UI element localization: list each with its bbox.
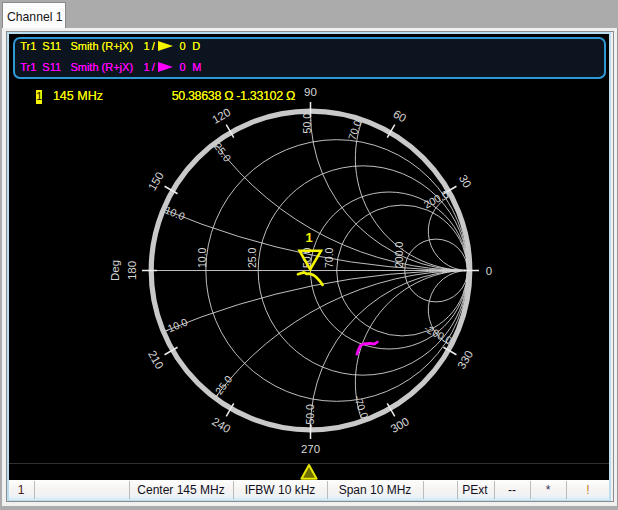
svg-text:70.0: 70.0 [345,118,363,141]
svg-text:0: 0 [486,265,492,277]
svg-text:-10.0: -10.0 [162,315,189,335]
svg-text:-50.0: -50.0 [304,404,316,428]
svg-text:210: 210 [146,348,166,371]
svg-text:Deg: Deg [109,260,121,281]
svg-text:1: 1 [305,230,312,245]
svg-text:-25.0: -25.0 [210,373,234,399]
svg-text:330: 330 [455,348,475,371]
svg-text:60: 60 [391,108,408,125]
svg-text:120: 120 [210,106,233,126]
svg-text:30: 30 [457,173,474,190]
svg-text:70.0: 70.0 [323,247,335,268]
svg-text:270: 270 [301,443,320,455]
svg-text:150: 150 [146,170,166,193]
svg-text:10.0: 10.0 [196,247,208,268]
svg-text:200.0: 200.0 [393,242,405,268]
svg-text:180: 180 [126,261,138,280]
svg-text:25.0: 25.0 [212,140,234,164]
svg-text:240: 240 [210,415,233,435]
svg-text:90: 90 [304,86,317,98]
svg-text:10.0: 10.0 [163,203,187,222]
svg-text:300: 300 [388,415,411,435]
svg-text:25.0: 25.0 [246,247,258,268]
svg-text:50.0: 50.0 [301,113,313,134]
